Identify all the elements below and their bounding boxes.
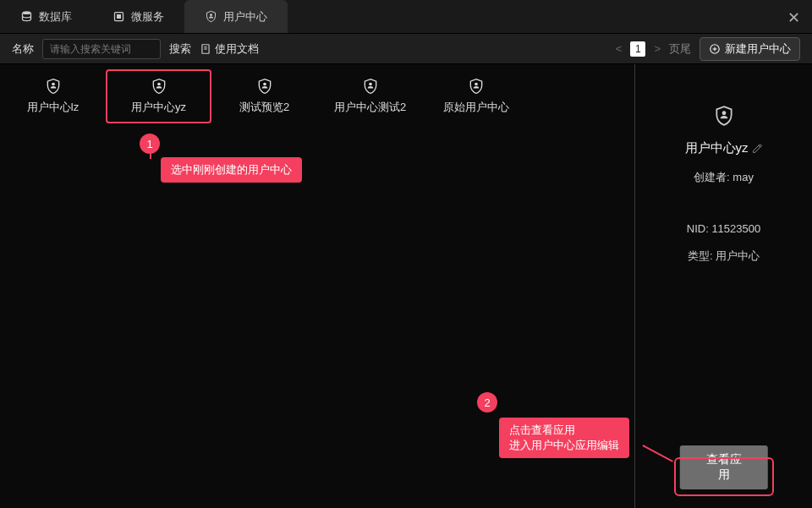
card-item[interactable]: 测试预览2 [211, 69, 317, 123]
tab-user-center[interactable]: 用户中心 [184, 0, 288, 33]
main-area: 用户中心lz 用户中心yz 测试预览2 用户中心测试2 原始用户中心 1 选中刚… [0, 64, 812, 508]
annotation-connector [150, 154, 151, 159]
pager-next[interactable]: > [652, 42, 662, 55]
document-icon [200, 43, 211, 55]
shield-user-icon [468, 78, 485, 95]
view-app-button[interactable]: 查看应用 [679, 445, 768, 489]
detail-nid: NID: 11523500 [687, 222, 760, 235]
tab-database[interactable]: 数据库 [0, 0, 92, 33]
shield-user-icon [362, 78, 379, 95]
svg-rect-2 [117, 14, 121, 19]
doc-label: 使用文档 [215, 41, 259, 57]
detail-creator: 创建者: may [694, 170, 754, 185]
new-button-label: 新建用户中心 [725, 41, 791, 57]
tab-label: 数据库 [39, 9, 72, 25]
tab-bar: 数据库 微服务 用户中心 ✕ [0, 0, 812, 34]
annotation-badge-1: 1 [140, 134, 160, 154]
edit-icon[interactable] [752, 143, 763, 154]
svg-point-15 [721, 111, 726, 115]
shield-user-icon [151, 78, 167, 95]
card-item[interactable]: 用户中心lz [0, 69, 106, 123]
microservice-icon [112, 10, 125, 23]
annotation-text-2: 点击查看应用 进入用户中心应用编辑 [499, 418, 629, 458]
detail-type: 类型: 用户中心 [688, 249, 760, 264]
name-label: 名称 [12, 41, 34, 57]
card-item[interactable]: 原始用户中心 [423, 69, 529, 123]
card-label: 用户中心测试2 [334, 100, 406, 115]
shield-user-icon [256, 78, 273, 95]
pager-tail[interactable]: 页尾 [669, 41, 691, 57]
detail-panel: 用户中心yz 创建者: may NID: 11523500 类型: 用户中心 查… [634, 64, 812, 508]
card-label: 用户中心yz [131, 100, 186, 115]
svg-point-14 [475, 83, 478, 86]
search-input[interactable] [42, 39, 161, 59]
doc-link[interactable]: 使用文档 [200, 41, 259, 57]
card-item-selected[interactable]: 用户中心yz [106, 69, 211, 123]
new-user-center-button[interactable]: 新建用户中心 [700, 37, 800, 61]
svg-point-10 [52, 83, 55, 86]
card-grid: 用户中心lz 用户中心yz 测试预览2 用户中心测试2 原始用户中心 1 选中刚… [0, 64, 634, 508]
tab-microservice[interactable]: 微服务 [92, 0, 184, 33]
shield-user-icon [45, 78, 62, 95]
card-label: 原始用户中心 [443, 100, 509, 115]
toolbar: 名称 搜索 使用文档 < 1 > 页尾 新建用户中心 [0, 34, 812, 64]
close-icon[interactable]: ✕ [787, 8, 800, 27]
svg-point-3 [210, 14, 212, 16]
search-button[interactable]: 搜索 [169, 41, 191, 57]
svg-point-11 [157, 83, 161, 86]
card-label: 用户中心lz [27, 100, 79, 115]
svg-point-12 [263, 83, 266, 86]
tab-label: 用户中心 [223, 9, 267, 25]
annotation-text-1: 选中刚刚创建的用户中心 [161, 157, 302, 183]
tab-label: 微服务 [131, 9, 164, 25]
detail-title-row: 用户中心yz [685, 140, 763, 156]
pager-prev[interactable]: < [614, 42, 624, 55]
card-item[interactable]: 用户中心测试2 [317, 69, 423, 123]
plus-circle-icon [709, 43, 721, 55]
svg-point-13 [369, 83, 372, 86]
database-icon [20, 10, 33, 23]
shield-user-icon [205, 10, 217, 23]
shield-user-icon [713, 105, 735, 127]
card-label: 测试预览2 [239, 100, 289, 115]
detail-title: 用户中心yz [685, 140, 749, 156]
annotation-badge-2: 2 [477, 392, 497, 412]
svg-point-0 [23, 11, 31, 14]
pager-current: 1 [630, 41, 645, 57]
pager: < 1 > 页尾 [614, 41, 691, 57]
